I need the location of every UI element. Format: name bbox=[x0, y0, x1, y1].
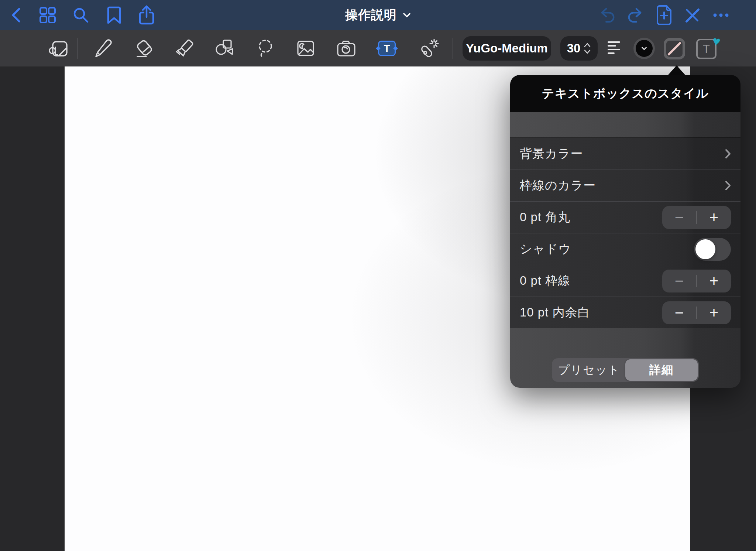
row-label: 10 pt 内余白 bbox=[520, 304, 590, 321]
row-border-color[interactable]: 枠線のカラー bbox=[510, 170, 740, 201]
goodnotes-app: 操作説明 bbox=[0, 0, 756, 551]
up-down-chevrons-icon bbox=[584, 42, 591, 55]
pen-tool[interactable] bbox=[90, 30, 116, 66]
shapes-tool[interactable] bbox=[211, 30, 237, 66]
add-page-icon bbox=[656, 5, 672, 25]
document-title-button[interactable]: 操作説明 bbox=[345, 0, 411, 30]
chevron-right-icon bbox=[725, 149, 731, 159]
row-label: シャドウ bbox=[520, 241, 571, 257]
camera-icon bbox=[336, 39, 357, 58]
padding-stepper: − + bbox=[662, 301, 731, 324]
text-tool-icon: T bbox=[378, 41, 396, 56]
share-icon bbox=[138, 5, 155, 25]
chevron-right-icon bbox=[725, 181, 731, 191]
tools-toolbar: T YuGo-Medium bbox=[0, 30, 756, 66]
corner-radius-stepper: − + bbox=[662, 206, 731, 229]
laser-pointer-tool[interactable] bbox=[415, 30, 441, 66]
text-tool-letter: T bbox=[384, 43, 390, 54]
diagonal-stroke-icon bbox=[667, 41, 682, 56]
lasso-tool[interactable] bbox=[252, 30, 279, 66]
font-size-stepper[interactable]: 30 bbox=[560, 36, 598, 61]
text-box-style-button[interactable]: T ♥ bbox=[696, 39, 717, 59]
pen-icon bbox=[93, 38, 113, 59]
font-family-label: YuGo-Medium bbox=[466, 41, 548, 55]
search-icon bbox=[72, 6, 90, 24]
current-color-swatch bbox=[636, 40, 653, 57]
style-settings-list: 背景カラー 枠線のカラー 0 pt 角丸 − + bbox=[510, 138, 740, 328]
pen-cross-icon bbox=[683, 6, 701, 24]
decrement-button[interactable]: − bbox=[662, 206, 696, 229]
selection-handle-left bbox=[376, 46, 381, 51]
undo-button[interactable] bbox=[595, 0, 619, 30]
font-size-value: 30 bbox=[567, 41, 581, 55]
text-tool-selected[interactable]: T bbox=[374, 30, 400, 66]
page-title: 操作説明 bbox=[345, 7, 397, 24]
text-alignment-button[interactable] bbox=[608, 41, 620, 54]
decrement-button[interactable]: − bbox=[662, 301, 696, 324]
row-border-width: 0 pt 枠線 − + bbox=[510, 265, 740, 297]
row-label: 0 pt 枠線 bbox=[520, 273, 570, 289]
align-bar bbox=[608, 49, 620, 50]
border-color-button[interactable] bbox=[664, 38, 685, 59]
border-width-stepper: − + bbox=[662, 270, 731, 292]
toggle-knob bbox=[695, 239, 715, 259]
lasso-icon bbox=[255, 38, 276, 59]
popover-title: テキストボックスのスタイル bbox=[542, 85, 709, 102]
undo-icon bbox=[599, 7, 616, 24]
laser-pointer-icon bbox=[417, 38, 439, 59]
align-bar bbox=[608, 52, 615, 54]
text-color-button[interactable] bbox=[633, 38, 655, 59]
search-button[interactable] bbox=[69, 0, 93, 30]
grid-icon bbox=[39, 6, 56, 24]
more-options-button[interactable] bbox=[709, 0, 733, 30]
edit-mode-toggle-button[interactable] bbox=[680, 0, 704, 30]
eraser-icon bbox=[134, 38, 155, 59]
toolbar-divider bbox=[77, 38, 78, 59]
row-label: 0 pt 角丸 bbox=[520, 209, 570, 226]
align-bar bbox=[608, 41, 620, 43]
increment-button[interactable]: + bbox=[697, 301, 731, 324]
image-icon bbox=[295, 38, 316, 59]
font-family-button[interactable]: YuGo-Medium bbox=[463, 36, 551, 61]
shadow-toggle-off[interactable] bbox=[694, 238, 731, 261]
redo-button[interactable] bbox=[623, 0, 647, 30]
highlighter-tool[interactable] bbox=[171, 30, 198, 66]
favorite-heart-icon: ♥ bbox=[711, 33, 721, 50]
popover-header: テキストボックスのスタイル bbox=[510, 75, 740, 112]
share-button[interactable] bbox=[134, 0, 159, 30]
chevron-down-icon bbox=[403, 13, 411, 18]
style-letter: T bbox=[703, 42, 710, 56]
toolbar-divider bbox=[453, 38, 453, 59]
segmented-control: プリセット 詳細 bbox=[552, 358, 699, 382]
align-bar bbox=[608, 45, 616, 47]
row-label: 背景カラー bbox=[520, 146, 583, 162]
highlighter-icon bbox=[174, 38, 195, 59]
eraser-tool[interactable] bbox=[131, 30, 158, 66]
redo-icon bbox=[627, 7, 644, 24]
selection-handle-right bbox=[393, 46, 398, 51]
popover-arrow bbox=[668, 65, 685, 75]
add-page-button[interactable] bbox=[652, 0, 676, 30]
writing-panel-button[interactable] bbox=[45, 30, 71, 66]
increment-button[interactable]: + bbox=[697, 206, 731, 229]
back-button[interactable] bbox=[4, 0, 28, 30]
thumbnails-button[interactable] bbox=[35, 0, 60, 30]
top-navigation-bar: 操作説明 bbox=[0, 0, 756, 30]
increment-button[interactable]: + bbox=[697, 270, 731, 292]
segment-preset[interactable]: プリセット bbox=[553, 359, 625, 381]
chevron-left-icon bbox=[10, 7, 22, 24]
row-padding: 10 pt 内余白 − + bbox=[510, 297, 740, 328]
style-preview-band bbox=[510, 112, 740, 138]
segment-detail[interactable]: 詳細 bbox=[625, 359, 698, 381]
row-label: 枠線のカラー bbox=[520, 177, 596, 194]
image-tool[interactable] bbox=[292, 30, 319, 66]
decrement-button[interactable]: − bbox=[662, 270, 696, 292]
chevron-down-icon bbox=[641, 47, 647, 51]
row-shadow: シャドウ bbox=[510, 233, 740, 265]
row-background-color[interactable]: 背景カラー bbox=[510, 138, 740, 170]
camera-tool[interactable] bbox=[333, 30, 360, 66]
row-corner-radius: 0 pt 角丸 − + bbox=[510, 201, 740, 233]
bookmark-button[interactable] bbox=[102, 0, 126, 30]
shapes-icon bbox=[213, 38, 235, 59]
popover-footer: プリセット 詳細 bbox=[510, 328, 740, 388]
